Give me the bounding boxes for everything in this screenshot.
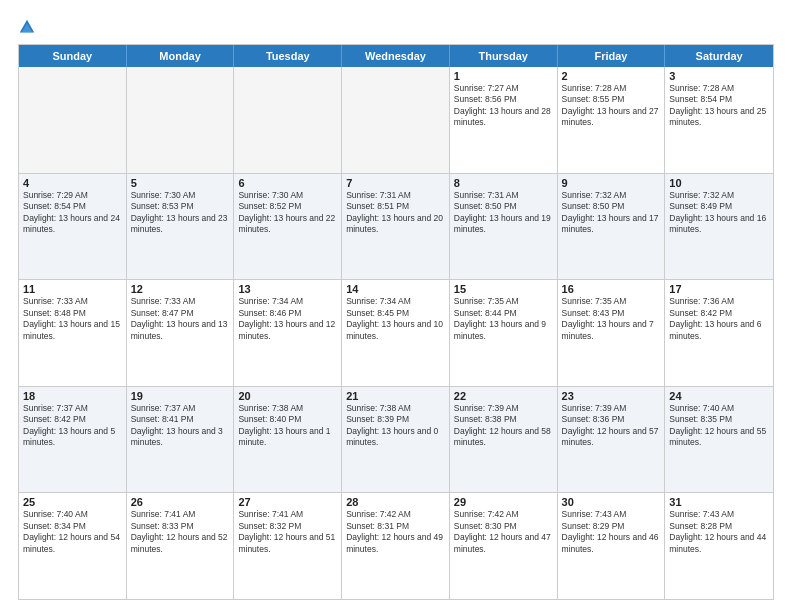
day-number: 30 <box>562 496 661 508</box>
day-info: Sunrise: 7:35 AMSunset: 8:43 PMDaylight:… <box>562 296 661 342</box>
day-number: 2 <box>562 70 661 82</box>
cal-cell: 6Sunrise: 7:30 AMSunset: 8:52 PMDaylight… <box>234 174 342 280</box>
cal-cell: 23Sunrise: 7:39 AMSunset: 8:36 PMDayligh… <box>558 387 666 493</box>
cal-cell: 22Sunrise: 7:39 AMSunset: 8:38 PMDayligh… <box>450 387 558 493</box>
header-day-sunday: Sunday <box>19 45 127 67</box>
logo-icon <box>18 18 36 36</box>
header <box>18 18 774 36</box>
day-number: 25 <box>23 496 122 508</box>
day-info: Sunrise: 7:36 AMSunset: 8:42 PMDaylight:… <box>669 296 769 342</box>
day-number: 10 <box>669 177 769 189</box>
day-number: 20 <box>238 390 337 402</box>
day-number: 17 <box>669 283 769 295</box>
calendar-header: SundayMondayTuesdayWednesdayThursdayFrid… <box>19 45 773 67</box>
day-number: 19 <box>131 390 230 402</box>
day-number: 4 <box>23 177 122 189</box>
day-number: 24 <box>669 390 769 402</box>
cal-cell: 4Sunrise: 7:29 AMSunset: 8:54 PMDaylight… <box>19 174 127 280</box>
cal-cell: 20Sunrise: 7:38 AMSunset: 8:40 PMDayligh… <box>234 387 342 493</box>
day-info: Sunrise: 7:43 AMSunset: 8:28 PMDaylight:… <box>669 509 769 555</box>
day-info: Sunrise: 7:28 AMSunset: 8:55 PMDaylight:… <box>562 83 661 129</box>
day-info: Sunrise: 7:28 AMSunset: 8:54 PMDaylight:… <box>669 83 769 129</box>
header-day-monday: Monday <box>127 45 235 67</box>
cal-cell: 11Sunrise: 7:33 AMSunset: 8:48 PMDayligh… <box>19 280 127 386</box>
cal-cell: 8Sunrise: 7:31 AMSunset: 8:50 PMDaylight… <box>450 174 558 280</box>
cal-cell <box>234 67 342 173</box>
day-number: 29 <box>454 496 553 508</box>
day-info: Sunrise: 7:33 AMSunset: 8:47 PMDaylight:… <box>131 296 230 342</box>
cal-cell: 24Sunrise: 7:40 AMSunset: 8:35 PMDayligh… <box>665 387 773 493</box>
cal-cell: 5Sunrise: 7:30 AMSunset: 8:53 PMDaylight… <box>127 174 235 280</box>
day-info: Sunrise: 7:31 AMSunset: 8:50 PMDaylight:… <box>454 190 553 236</box>
cal-cell: 2Sunrise: 7:28 AMSunset: 8:55 PMDaylight… <box>558 67 666 173</box>
calendar-row-1: 4Sunrise: 7:29 AMSunset: 8:54 PMDaylight… <box>19 173 773 280</box>
day-info: Sunrise: 7:41 AMSunset: 8:33 PMDaylight:… <box>131 509 230 555</box>
header-day-saturday: Saturday <box>665 45 773 67</box>
day-number: 14 <box>346 283 445 295</box>
cal-cell: 13Sunrise: 7:34 AMSunset: 8:46 PMDayligh… <box>234 280 342 386</box>
calendar-body: 1Sunrise: 7:27 AMSunset: 8:56 PMDaylight… <box>19 67 773 599</box>
day-number: 22 <box>454 390 553 402</box>
cal-cell <box>127 67 235 173</box>
day-number: 18 <box>23 390 122 402</box>
day-info: Sunrise: 7:37 AMSunset: 8:42 PMDaylight:… <box>23 403 122 449</box>
calendar-row-3: 18Sunrise: 7:37 AMSunset: 8:42 PMDayligh… <box>19 386 773 493</box>
day-info: Sunrise: 7:41 AMSunset: 8:32 PMDaylight:… <box>238 509 337 555</box>
day-info: Sunrise: 7:31 AMSunset: 8:51 PMDaylight:… <box>346 190 445 236</box>
cal-cell: 18Sunrise: 7:37 AMSunset: 8:42 PMDayligh… <box>19 387 127 493</box>
day-number: 3 <box>669 70 769 82</box>
day-number: 28 <box>346 496 445 508</box>
day-info: Sunrise: 7:34 AMSunset: 8:45 PMDaylight:… <box>346 296 445 342</box>
day-number: 27 <box>238 496 337 508</box>
day-number: 7 <box>346 177 445 189</box>
cal-cell: 10Sunrise: 7:32 AMSunset: 8:49 PMDayligh… <box>665 174 773 280</box>
day-number: 12 <box>131 283 230 295</box>
cal-cell: 9Sunrise: 7:32 AMSunset: 8:50 PMDaylight… <box>558 174 666 280</box>
cal-cell: 17Sunrise: 7:36 AMSunset: 8:42 PMDayligh… <box>665 280 773 386</box>
day-info: Sunrise: 7:30 AMSunset: 8:52 PMDaylight:… <box>238 190 337 236</box>
cal-cell <box>342 67 450 173</box>
day-info: Sunrise: 7:39 AMSunset: 8:38 PMDaylight:… <box>454 403 553 449</box>
page: SundayMondayTuesdayWednesdayThursdayFrid… <box>0 0 792 612</box>
day-number: 15 <box>454 283 553 295</box>
day-number: 16 <box>562 283 661 295</box>
calendar-row-0: 1Sunrise: 7:27 AMSunset: 8:56 PMDaylight… <box>19 67 773 173</box>
cal-cell: 29Sunrise: 7:42 AMSunset: 8:30 PMDayligh… <box>450 493 558 599</box>
calendar-row-2: 11Sunrise: 7:33 AMSunset: 8:48 PMDayligh… <box>19 279 773 386</box>
day-info: Sunrise: 7:39 AMSunset: 8:36 PMDaylight:… <box>562 403 661 449</box>
cal-cell: 14Sunrise: 7:34 AMSunset: 8:45 PMDayligh… <box>342 280 450 386</box>
day-number: 31 <box>669 496 769 508</box>
cal-cell: 16Sunrise: 7:35 AMSunset: 8:43 PMDayligh… <box>558 280 666 386</box>
day-number: 1 <box>454 70 553 82</box>
day-info: Sunrise: 7:27 AMSunset: 8:56 PMDaylight:… <box>454 83 553 129</box>
cal-cell: 27Sunrise: 7:41 AMSunset: 8:32 PMDayligh… <box>234 493 342 599</box>
day-info: Sunrise: 7:42 AMSunset: 8:30 PMDaylight:… <box>454 509 553 555</box>
header-day-wednesday: Wednesday <box>342 45 450 67</box>
day-number: 23 <box>562 390 661 402</box>
cal-cell: 25Sunrise: 7:40 AMSunset: 8:34 PMDayligh… <box>19 493 127 599</box>
day-number: 8 <box>454 177 553 189</box>
day-info: Sunrise: 7:29 AMSunset: 8:54 PMDaylight:… <box>23 190 122 236</box>
cal-cell: 31Sunrise: 7:43 AMSunset: 8:28 PMDayligh… <box>665 493 773 599</box>
cal-cell: 12Sunrise: 7:33 AMSunset: 8:47 PMDayligh… <box>127 280 235 386</box>
day-info: Sunrise: 7:32 AMSunset: 8:49 PMDaylight:… <box>669 190 769 236</box>
day-info: Sunrise: 7:42 AMSunset: 8:31 PMDaylight:… <box>346 509 445 555</box>
day-number: 26 <box>131 496 230 508</box>
day-info: Sunrise: 7:43 AMSunset: 8:29 PMDaylight:… <box>562 509 661 555</box>
day-info: Sunrise: 7:38 AMSunset: 8:40 PMDaylight:… <box>238 403 337 449</box>
header-day-tuesday: Tuesday <box>234 45 342 67</box>
day-number: 6 <box>238 177 337 189</box>
cal-cell: 28Sunrise: 7:42 AMSunset: 8:31 PMDayligh… <box>342 493 450 599</box>
day-info: Sunrise: 7:34 AMSunset: 8:46 PMDaylight:… <box>238 296 337 342</box>
cal-cell: 15Sunrise: 7:35 AMSunset: 8:44 PMDayligh… <box>450 280 558 386</box>
cal-cell: 26Sunrise: 7:41 AMSunset: 8:33 PMDayligh… <box>127 493 235 599</box>
calendar-row-4: 25Sunrise: 7:40 AMSunset: 8:34 PMDayligh… <box>19 492 773 599</box>
day-info: Sunrise: 7:38 AMSunset: 8:39 PMDaylight:… <box>346 403 445 449</box>
day-info: Sunrise: 7:33 AMSunset: 8:48 PMDaylight:… <box>23 296 122 342</box>
cal-cell: 7Sunrise: 7:31 AMSunset: 8:51 PMDaylight… <box>342 174 450 280</box>
cal-cell <box>19 67 127 173</box>
day-number: 13 <box>238 283 337 295</box>
cal-cell: 21Sunrise: 7:38 AMSunset: 8:39 PMDayligh… <box>342 387 450 493</box>
day-number: 9 <box>562 177 661 189</box>
calendar: SundayMondayTuesdayWednesdayThursdayFrid… <box>18 44 774 600</box>
